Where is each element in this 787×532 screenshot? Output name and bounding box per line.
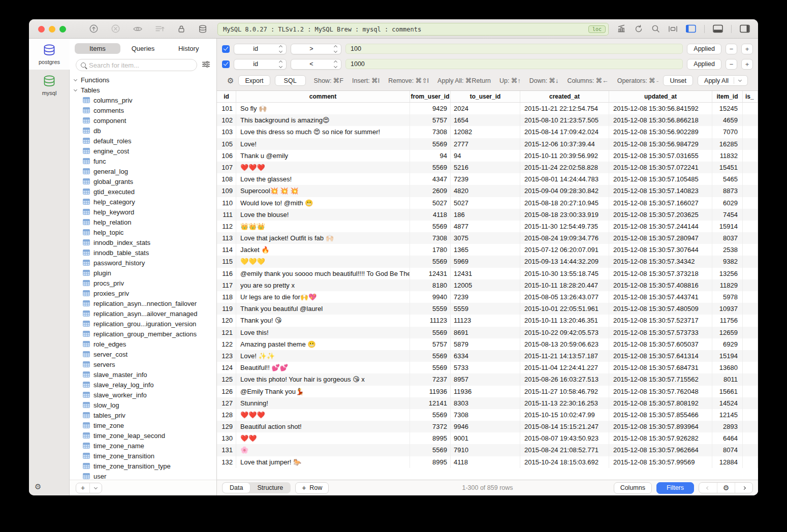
table-row[interactable]: 132Love that jumper! 🐎899541182015-10-24… [217,456,758,468]
remove-filter-button[interactable]: − [726,59,737,70]
applied-button[interactable]: Applied [687,44,721,54]
table-row[interactable]: 131🌸556979102015-08-24 21:08:52.7712015-… [217,444,758,456]
sidebar-table-replication_asyn...ailover_managed[interactable]: replication_asyn...ailover_managed [70,308,216,319]
filter-column-select[interactable]: id [234,59,287,70]
table-settings-gear-icon[interactable]: ⚙ [227,76,234,85]
table-row[interactable]: 113Love that jacket! Outfit is fab 🙌🏻730… [217,232,758,244]
table-row[interactable]: 107❤️❤️❤️556952162015-11-24 22:02:58.828… [217,162,758,173]
sidebar-table-replication_asyn...nnection_failover[interactable]: replication_asyn...nnection_failover [70,298,216,308]
next-page-button[interactable] [735,483,752,493]
toggle-left-panel-icon[interactable] [686,24,696,33]
add-filter-button[interactable]: + [741,59,753,70]
column-header-to_user_id[interactable]: to_user_id [451,91,520,102]
statistics-icon[interactable] [617,24,626,33]
apply-all-button[interactable]: Apply All [698,75,748,86]
close-window-button[interactable] [38,26,45,33]
sidebar-table-plugin[interactable]: plugin [70,268,216,278]
table-row[interactable]: 124Beautiful!! 💕💕556957332015-11-04 12:2… [217,362,758,373]
disconnect-icon[interactable] [111,24,120,34]
prev-page-button[interactable] [699,483,717,493]
remove-filter-button[interactable]: − [726,44,737,54]
column-header-from_user_id[interactable]: from_user_id [410,91,451,102]
column-header-created_at[interactable]: created_at [520,91,609,102]
sidebar-table-func[interactable]: func [70,156,216,166]
unset-button[interactable]: Unset [663,75,693,86]
table-row[interactable]: 103Love this dress so much 😍 so nice for… [217,126,758,138]
table-row[interactable]: 126@Emily Thank you💃11936119362015-11-27… [217,386,758,397]
column-header-item_id[interactable]: item_id [712,91,743,102]
table-row[interactable]: 108Love the glasses!434772392015-08-01 1… [217,173,758,185]
table-row[interactable]: 125Love this photo! Your hair is gorgeou… [217,373,758,385]
sidebar-table-help_topic[interactable]: help_topic [70,227,216,237]
sidebar-table-help_relation[interactable]: help_relation [70,217,216,227]
sidebar-table-columns_priv[interactable]: columns_priv [70,95,216,105]
add-filter-button[interactable]: + [741,44,753,54]
sidebar-table-comments[interactable]: comments [70,105,216,115]
search-input[interactable] [89,61,192,69]
sidebar-table-help_category[interactable]: help_category [70,197,216,207]
sidebar-table-slave_master_info[interactable]: slave_master_info [70,369,216,380]
filter-value-input[interactable]: 100 [345,44,683,54]
table-row[interactable]: 105Love!556927772015-12-06 10:37:39.4420… [217,138,758,150]
tab-items[interactable]: Items [75,43,120,54]
export-button[interactable]: Export [238,75,270,86]
table-row[interactable]: 110Would love to! @mith 😬502750272015-08… [217,197,758,209]
lock-icon[interactable] [177,24,186,34]
eye-icon[interactable] [133,25,143,33]
add-item-button[interactable]: + [76,483,89,493]
connection-postgres[interactable]: postgres [29,39,70,70]
filter-operator-select[interactable]: < [291,59,341,70]
tab-queries[interactable]: Queries [120,43,166,54]
sidebar-table-engine_cost[interactable]: engine_cost [70,146,216,156]
column-header-is_[interactable]: is_ [743,91,758,102]
filter-column-select[interactable]: id [234,44,287,54]
column-header-updated_at[interactable]: updated_at [609,91,712,102]
table-row[interactable]: 101So fly 🙌🏼942920242015-11-21 22:12:54.… [217,103,758,114]
sidebar-table-slow_log[interactable]: slow_log [70,400,216,410]
page-settings-gear-icon[interactable]: ⚙ [717,483,735,493]
connect-icon[interactable] [89,24,99,34]
list-export-icon[interactable] [155,24,165,33]
table-row[interactable]: 121Love this!556986912015-10-22 09:42:05… [217,327,758,338]
fit-columns-icon[interactable] [668,25,678,33]
applied-button[interactable]: Applied [687,59,721,70]
sidebar-table-help_keyword[interactable]: help_keyword [70,207,216,217]
sql-button[interactable]: SQL [275,75,306,86]
tab-data[interactable]: Data [223,483,250,493]
tab-history[interactable]: History [166,43,211,54]
connection-status-field[interactable]: MySQL 8.0.27 : TLSv1.2 : MySQL Brew : my… [217,23,609,36]
sidebar-table-time_zone_leap_second[interactable]: time_zone_leap_second [70,430,216,441]
sidebar-table-tables_priv[interactable]: tables_priv [70,410,216,420]
table-row[interactable]: 129Beautiful action shot!737299462015-08… [217,421,758,432]
sidebar-table-role_edges[interactable]: role_edges [70,339,216,349]
table-row[interactable]: 115💛💛💛556959692015-09-13 14:44:32.209201… [217,256,758,267]
sidebar-table-replication_group_member_actions[interactable]: replication_group_member_actions [70,329,216,339]
toggle-right-panel-icon[interactable] [740,24,750,33]
sidebar-table-time_zone_transition[interactable]: time_zone_transition [70,451,216,461]
table-row[interactable]: 112👑👑👑556948772015-11-30 12:54:49.735201… [217,221,758,232]
refresh-icon[interactable] [634,24,643,34]
sidebar-table-slave_relay_log_info[interactable]: slave_relay_log_info [70,380,216,390]
zoom-window-button[interactable] [59,26,66,33]
connection-mysql[interactable]: mysql [29,70,70,101]
table-row[interactable]: 106Thank u @emily94942015-10-11 20:39:56… [217,150,758,162]
filter-enabled-checkbox[interactable] [222,60,230,68]
sidebar-table-server_cost[interactable]: server_cost [70,349,216,359]
tree-section-functions[interactable]: Functions [70,75,216,85]
filter-value-input[interactable]: 1000 [345,59,683,69]
sidebar-table-user[interactable]: user [70,471,216,480]
table-row[interactable]: 123Love! ✨✨556963342015-11-21 14:13:57.1… [217,350,758,362]
add-row-button[interactable]: + Row [295,482,329,494]
table-row[interactable]: 130❤️❤️899590012015-08-07 19:43:50.92320… [217,432,758,444]
table-row[interactable]: 111Love the blouse!41181862015-08-18 23:… [217,209,758,221]
add-item-menu-button[interactable] [89,483,102,493]
sidebar-table-procs_priv[interactable]: procs_priv [70,278,216,288]
sidebar-table-default_roles[interactable]: default_roles [70,136,216,146]
table-row[interactable]: 119Thank you beautiful @laurel5559555920… [217,303,758,315]
table-row[interactable]: 116@emily thank you soooo much beautiful… [217,268,758,279]
tree-section-tables[interactable]: Tables [70,85,216,95]
filters-button[interactable]: Filters [656,482,694,494]
sidebar-table-db[interactable]: db [70,126,216,136]
tab-structure[interactable]: Structure [250,483,290,493]
column-header-id[interactable]: id [217,91,236,102]
